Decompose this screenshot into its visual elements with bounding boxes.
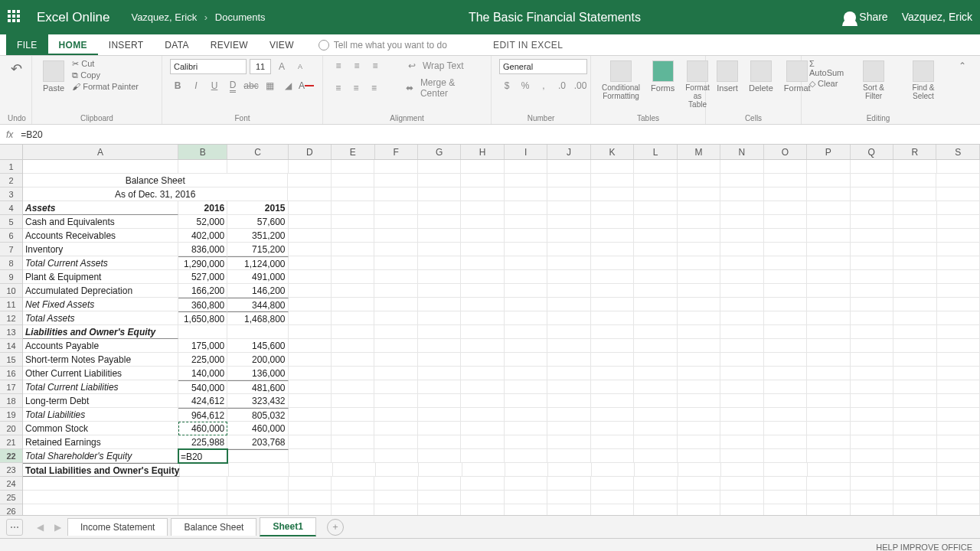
cell-H24[interactable] — [461, 477, 504, 491]
cell-P26[interactable] — [807, 504, 850, 515]
row-header-9[interactable]: 9 — [0, 270, 22, 284]
cell-B18[interactable]: 424,612 — [178, 394, 227, 408]
cell-L23[interactable] — [635, 463, 678, 477]
cell-S22[interactable] — [937, 449, 980, 463]
cell-K2[interactable] — [591, 174, 634, 187]
cell-M6[interactable] — [678, 229, 720, 243]
cell-C12[interactable]: 1,468,800 — [227, 311, 288, 325]
cell-P9[interactable] — [807, 270, 850, 284]
row-header-15[interactable]: 15 — [0, 353, 22, 367]
cell-O7[interactable] — [764, 243, 807, 256]
cell-G17[interactable] — [418, 380, 461, 394]
delete-cells-button[interactable]: Delete — [746, 59, 776, 94]
column-header-D[interactable]: D — [289, 145, 332, 159]
cell-E21[interactable] — [332, 435, 374, 449]
align-bottom-button[interactable]: ≡ — [368, 59, 383, 73]
cell-K23[interactable] — [592, 463, 635, 477]
cell-O22[interactable] — [764, 449, 807, 463]
cell-I12[interactable] — [505, 311, 547, 325]
cell-Q1[interactable] — [851, 160, 893, 174]
cell-E14[interactable] — [332, 339, 374, 353]
cell-Q26[interactable] — [851, 504, 893, 515]
cell-B9[interactable]: 527,000 — [178, 270, 227, 284]
cell-O8[interactable] — [764, 256, 807, 270]
cell-M14[interactable] — [678, 339, 720, 353]
cell-S21[interactable] — [937, 435, 980, 449]
cell-P18[interactable] — [807, 394, 850, 408]
cell-B10[interactable]: 166,200 — [178, 284, 227, 298]
cell-Q23[interactable] — [851, 463, 893, 477]
column-header-I[interactable]: I — [505, 145, 547, 159]
cell-P7[interactable] — [807, 243, 850, 256]
cell-F4[interactable] — [374, 201, 417, 215]
cell-C7[interactable]: 715,200 — [227, 243, 288, 256]
cell-N2[interactable] — [720, 174, 763, 187]
cell-N9[interactable] — [720, 270, 763, 284]
cell-E24[interactable] — [332, 477, 374, 491]
cell-I24[interactable] — [505, 477, 547, 491]
cell-R20[interactable] — [893, 422, 936, 435]
cell-B13[interactable] — [178, 325, 227, 339]
cell-A22[interactable]: Total Shareholder's Equity — [23, 449, 178, 463]
row-header-8[interactable]: 8 — [0, 256, 22, 270]
cell-Q19[interactable] — [851, 408, 893, 422]
cell-P4[interactable] — [807, 201, 850, 215]
cell-F23[interactable] — [376, 463, 419, 477]
cell-G8[interactable] — [418, 256, 461, 270]
row-header-1[interactable]: 1 — [0, 160, 22, 174]
cell-N26[interactable] — [720, 504, 763, 515]
cell-D5[interactable] — [289, 215, 332, 229]
format-painter-button[interactable]: 🖌 Format Painter — [72, 82, 139, 91]
row-header-18[interactable]: 18 — [0, 394, 22, 408]
cell-L6[interactable] — [634, 229, 677, 243]
cell-N24[interactable] — [720, 477, 763, 491]
cell-M4[interactable] — [678, 201, 720, 215]
cell-G20[interactable] — [418, 422, 461, 435]
cell-D23[interactable] — [289, 463, 332, 477]
cell-F9[interactable] — [374, 270, 417, 284]
cell-M1[interactable] — [678, 160, 720, 174]
cell-S13[interactable] — [937, 325, 980, 339]
cell-E5[interactable] — [332, 215, 374, 229]
cells-area[interactable]: Balance SheetAs of Dec. 31, 2016Assets20… — [23, 160, 980, 515]
cell-E15[interactable] — [332, 353, 374, 367]
cell-E26[interactable] — [332, 504, 374, 515]
cell-N16[interactable] — [720, 367, 763, 380]
cell-R9[interactable] — [893, 270, 936, 284]
cell-J2[interactable] — [547, 174, 590, 187]
cell-F21[interactable] — [374, 435, 417, 449]
paste-button[interactable]: Paste — [40, 59, 67, 94]
increase-font-button[interactable]: A — [274, 60, 289, 73]
cell-S3[interactable] — [936, 187, 979, 201]
cell-E6[interactable] — [332, 229, 374, 243]
cell-N18[interactable] — [720, 394, 763, 408]
cell-O1[interactable] — [764, 160, 807, 174]
cell-H11[interactable] — [461, 298, 504, 311]
cell-O4[interactable] — [764, 201, 807, 215]
cell-Q15[interactable] — [851, 353, 893, 367]
row-header-24[interactable]: 24 — [0, 477, 22, 491]
cell-H19[interactable] — [461, 408, 504, 422]
align-center-button[interactable]: ≡ — [348, 81, 363, 95]
cell-B6[interactable]: 402,000 — [178, 229, 227, 243]
cell-E9[interactable] — [332, 270, 374, 284]
cell-F17[interactable] — [374, 380, 417, 394]
cell-F3[interactable] — [374, 187, 417, 201]
cell-O15[interactable] — [764, 353, 807, 367]
cell-G14[interactable] — [418, 339, 461, 353]
cell-D12[interactable] — [289, 311, 332, 325]
cell-D26[interactable] — [289, 504, 332, 515]
cell-H22[interactable] — [461, 449, 504, 463]
cell-D18[interactable] — [289, 394, 332, 408]
cell-Q18[interactable] — [851, 394, 893, 408]
cell-C25[interactable] — [227, 491, 288, 504]
cell-I4[interactable] — [505, 201, 547, 215]
row-header-11[interactable]: 11 — [0, 298, 22, 311]
align-left-button[interactable]: ≡ — [331, 81, 345, 95]
cell-I7[interactable] — [505, 243, 547, 256]
cell-N21[interactable] — [720, 435, 763, 449]
column-header-G[interactable]: G — [418, 145, 461, 159]
cell-R19[interactable] — [893, 408, 936, 422]
cell-H5[interactable] — [461, 215, 504, 229]
cell-M7[interactable] — [678, 243, 720, 256]
